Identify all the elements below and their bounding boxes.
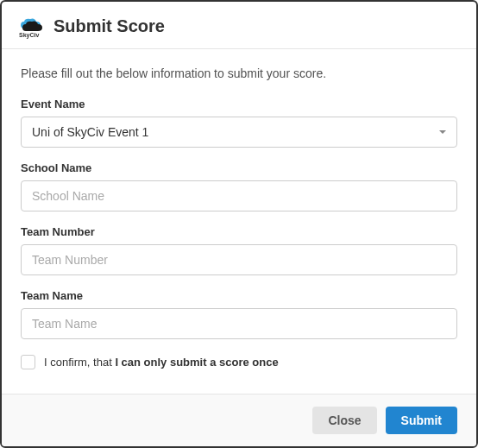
modal-footer: Close Submit [2,394,476,446]
confirm-bold: I can only submit a score once [115,356,278,369]
submit-score-modal: SkyCiv Submit Score Please fill out the … [0,0,478,448]
team-number-group: Team Number [21,225,457,275]
event-name-group: Event Name Uni of SkyCiv Event 1 [21,98,457,148]
submit-button[interactable]: Submit [386,407,457,434]
team-name-label: Team Name [21,289,457,302]
team-name-group: Team Name [21,289,457,339]
confirm-prefix: I confirm, that [44,356,115,369]
school-name-label: School Name [21,161,457,174]
event-name-label: Event Name [21,98,457,110]
school-name-group: School Name [21,161,457,211]
close-button[interactable]: Close [312,407,376,434]
modal-body: Please fill out the below information to… [2,49,476,394]
chevron-down-icon [439,130,446,134]
event-name-select[interactable]: Uni of SkyCiv Event 1 [21,117,457,148]
event-name-value: Uni of SkyCiv Event 1 [32,125,148,139]
team-number-label: Team Number [21,225,457,238]
confirm-row: I confirm, that I can only submit a scor… [21,355,457,369]
team-name-input[interactable] [21,308,457,339]
confirm-label[interactable]: I confirm, that I can only submit a scor… [44,356,279,369]
modal-header: SkyCiv Submit Score [2,2,476,49]
skyciv-logo: SkyCiv [19,16,43,36]
confirm-checkbox[interactable] [21,355,35,369]
form-description: Please fill out the below information to… [21,66,457,80]
team-number-input[interactable] [21,244,457,275]
school-name-input[interactable] [21,180,457,211]
modal-title: Submit Score [53,16,165,36]
logo-text: SkyCiv [19,32,39,38]
